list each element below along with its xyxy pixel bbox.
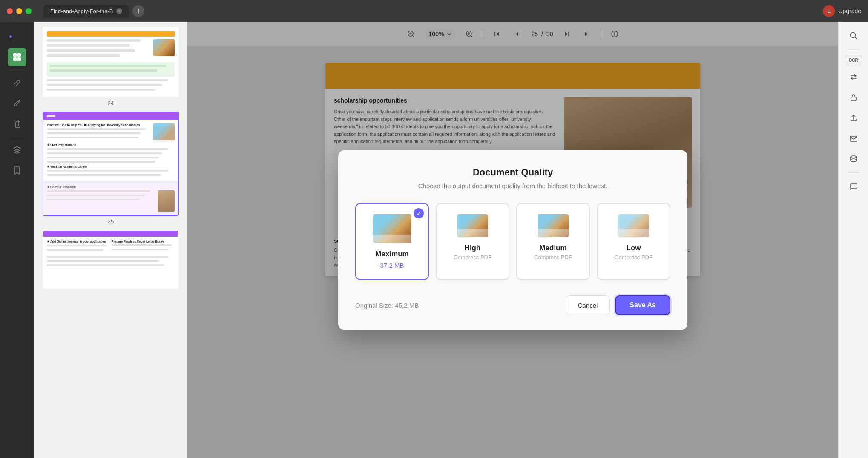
sidebar-item-pages[interactable] (8, 114, 26, 133)
modal-footer: Original Size: 45,2 MB Cancel Save As (355, 295, 670, 315)
quality-img-maximum (373, 214, 411, 243)
new-tab-button[interactable]: + (132, 5, 144, 17)
upgrade-button[interactable]: L Upgrade (823, 5, 861, 17)
save-as-button[interactable]: Save As (615, 295, 670, 315)
close-button[interactable] (7, 8, 13, 14)
convert-button[interactable] (845, 69, 862, 86)
quality-img-medium (538, 214, 569, 237)
selected-checkmark: ✓ (414, 208, 424, 218)
user-avatar: L (823, 5, 835, 17)
titlebar: Find-and-Apply-For-the-B × + L Upgrade (0, 0, 868, 22)
document-quality-modal: Document Quality Choose the output docum… (338, 150, 687, 330)
thumb-img-26[interactable]: ★ Add Distinctiveness in your applicatio… (43, 230, 179, 289)
quality-img-high (457, 214, 488, 237)
quality-card-maximum[interactable]: ✓ Maximum 37,2 MB (355, 203, 429, 280)
thumb-img-24[interactable] (43, 27, 179, 97)
sidebar-item-bookmark[interactable] (8, 161, 26, 180)
svg-line-4 (18, 101, 19, 102)
svg-rect-1 (17, 53, 21, 57)
search-button[interactable] (845, 27, 862, 44)
quality-img-low (618, 214, 649, 237)
tab-close-button[interactable]: × (116, 8, 122, 14)
database-button[interactable] (845, 150, 862, 167)
quality-size-maximum: 37,2 MB (380, 262, 404, 269)
modal-overlay: Document Quality Choose the output docum… (187, 22, 838, 458)
right-divider-1 (847, 49, 860, 50)
share-button[interactable] (845, 109, 862, 126)
modal-title: Document Quality (355, 167, 670, 178)
quality-name-medium: Medium (539, 244, 566, 252)
quality-card-high[interactable]: High Compress PDF (436, 203, 509, 280)
ocr-button[interactable]: OCR (846, 55, 861, 65)
right-divider-2 (847, 172, 860, 173)
document-tab[interactable]: Find-and-Apply-For-the-B × (43, 5, 129, 18)
sidebar-item-layers[interactable] (8, 140, 26, 159)
svg-rect-23 (850, 136, 857, 141)
svg-rect-5 (14, 120, 18, 126)
thumb-label-24: 24 (108, 100, 114, 106)
quality-desc-high: Compress PDF (454, 254, 491, 260)
svg-rect-0 (13, 53, 17, 57)
modal-actions: Cancel Save As (566, 295, 670, 315)
quality-desc-low: Compress PDF (615, 254, 652, 260)
cancel-button[interactable]: Cancel (566, 295, 610, 315)
tab-title: Find-and-Apply-For-the-B (50, 8, 113, 14)
original-size-label: Original Size: 45,2 MB (355, 302, 419, 309)
quality-desc-medium: Compress PDF (534, 254, 572, 260)
sidebar-item-thumbnails[interactable] (8, 48, 26, 66)
thumb-page-25[interactable]: Practical Tips to Help You in Applying f… (39, 112, 182, 225)
sidebar-item-annotate[interactable] (8, 94, 26, 113)
svg-rect-3 (17, 57, 21, 61)
comment-button[interactable] (845, 178, 862, 195)
sidebar-divider-1 (11, 70, 23, 70)
thumb-img-25[interactable]: Practical Tips to Help You in Applying f… (43, 112, 179, 216)
svg-line-21 (855, 37, 857, 39)
quality-card-medium[interactable]: Medium Compress PDF (516, 203, 590, 280)
minimize-button[interactable] (16, 8, 22, 14)
thumbnail-panel[interactable]: 24 Practical Tips to Help You in Applyin… (34, 22, 187, 458)
left-sidebar (0, 22, 34, 458)
maximize-button[interactable] (26, 8, 32, 14)
thumb-page-24[interactable]: 24 (39, 27, 182, 106)
main-area: 24 Practical Tips to Help You in Applyin… (0, 22, 868, 458)
svg-rect-6 (16, 122, 20, 128)
mail-button[interactable] (845, 130, 862, 147)
lock-button[interactable] (845, 89, 862, 106)
main-content: 100% (187, 22, 838, 458)
upgrade-label: Upgrade (838, 8, 861, 14)
quality-name-high: High (465, 244, 481, 252)
modal-subtitle: Choose the output document quality from … (355, 182, 670, 189)
quality-options: ✓ Maximum 37,2 MB High Compress PDF (355, 203, 670, 280)
quality-card-low[interactable]: Low Compress PDF (597, 203, 670, 280)
thumb-label-25: 25 (108, 218, 114, 225)
svg-point-24 (851, 156, 857, 158)
traffic-lights (7, 8, 32, 14)
right-sidebar: OCR (838, 22, 868, 458)
quality-name-maximum: Maximum (375, 250, 408, 258)
svg-rect-2 (13, 57, 17, 61)
sidebar-divider-2 (11, 137, 23, 137)
thumb-page-26[interactable]: ★ Add Distinctiveness in your applicatio… (39, 230, 182, 289)
tab-bar: Find-and-Apply-For-the-B × + (43, 5, 144, 18)
quality-name-low: Low (627, 244, 641, 252)
svg-rect-22 (851, 97, 856, 101)
sidebar-dot-indicator (8, 27, 26, 46)
sidebar-item-edit[interactable] (8, 74, 26, 92)
